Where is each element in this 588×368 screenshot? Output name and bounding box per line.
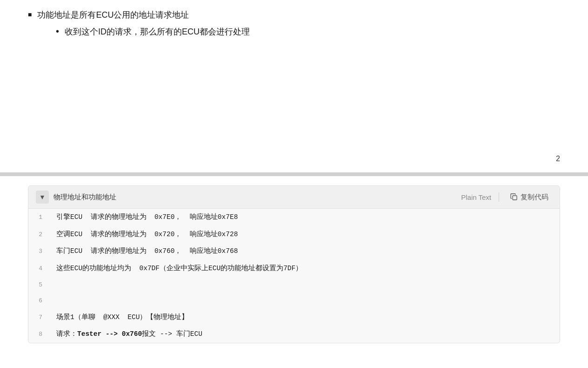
code-block-wrapper: ▼ 物理地址和功能地址 Plain Text 复制代码 1	[28, 185, 560, 343]
line-content-3: 车门ECU 请求的物理地址为 0x760， 响应地址0x768	[52, 243, 560, 260]
copy-code-button[interactable]: 复制代码	[507, 191, 552, 204]
code-line-7: 7 场景1（单聊 @XXX ECU）【物理地址】	[28, 309, 560, 326]
document-area: 功能地址是所有ECU公用的地址请求地址 收到这个ID的请求，那么所有的ECU都会…	[0, 0, 588, 172]
collapse-button[interactable]: ▼	[36, 191, 49, 204]
code-line-6: 6	[28, 293, 560, 309]
line-content-2: 空调ECU 请求的物理地址为 0x720， 响应地址0x728	[52, 226, 560, 243]
line-content-4: 这些ECU的功能地址均为 0x7DF（企业中实际上ECU的功能地址都设置为7DF…	[52, 260, 560, 277]
line-number-8: 8	[28, 327, 52, 342]
chevron-down-icon: ▼	[39, 193, 46, 201]
code-section: ▼ 物理地址和功能地址 Plain Text 复制代码 1	[0, 176, 588, 343]
copy-icon	[510, 193, 518, 201]
line-number-6: 6	[28, 293, 52, 309]
bullet-sub-1: 收到这个ID的请求，那么所有的ECU都会进行处理	[56, 26, 560, 37]
code-line-4: 4 这些ECU的功能地址均为 0x7DF（企业中实际上ECU的功能地址都设置为7…	[28, 260, 560, 277]
page-number: 2	[556, 155, 560, 163]
code-line-1: 1 引擎ECU 请求的物理地址为 0x7E0， 响应地址0x7E8	[28, 209, 560, 226]
code-block-header: ▼ 物理地址和功能地址 Plain Text 复制代码	[28, 186, 560, 209]
line-number-1: 1	[28, 210, 52, 225]
bullet-main-1: 功能地址是所有ECU公用的地址请求地址	[28, 9, 560, 20]
code-block-header-right: Plain Text 复制代码	[461, 191, 552, 204]
header-divider	[499, 192, 499, 202]
line-content-7: 场景1（单聊 @XXX ECU）【物理地址】	[52, 309, 560, 326]
copy-label: 复制代码	[521, 193, 548, 202]
code-line-8: 8 请求：Tester --> 0x760报文 --> 车门ECU	[28, 326, 560, 343]
line-content-6	[52, 297, 560, 302]
code-line-2: 2 空调ECU 请求的物理地址为 0x720， 响应地址0x728	[28, 226, 560, 243]
code-line-5: 5	[28, 277, 560, 293]
svg-rect-0	[513, 196, 517, 200]
line-number-2: 2	[28, 227, 52, 243]
code-line-3: 3 车门ECU 请求的物理地址为 0x760， 响应地址0x768	[28, 243, 560, 260]
line-content-8: 请求：Tester --> 0x760报文 --> 车门ECU	[52, 326, 560, 343]
plain-text-label: Plain Text	[461, 193, 491, 201]
section-divider	[0, 172, 588, 176]
line-content-1: 引擎ECU 请求的物理地址为 0x7E0， 响应地址0x7E8	[52, 209, 560, 226]
code-content: 1 引擎ECU 请求的物理地址为 0x7E0， 响应地址0x7E8 2 空调EC…	[28, 209, 560, 343]
line-number-3: 3	[28, 244, 52, 259]
code-block-title: 物理地址和功能地址	[53, 193, 116, 202]
line-number-7: 7	[28, 310, 52, 326]
code-block-header-left: ▼ 物理地址和功能地址	[36, 191, 116, 204]
line-number-4: 4	[28, 261, 52, 277]
line-number-5: 5	[28, 277, 52, 293]
line-content-5	[52, 281, 560, 286]
